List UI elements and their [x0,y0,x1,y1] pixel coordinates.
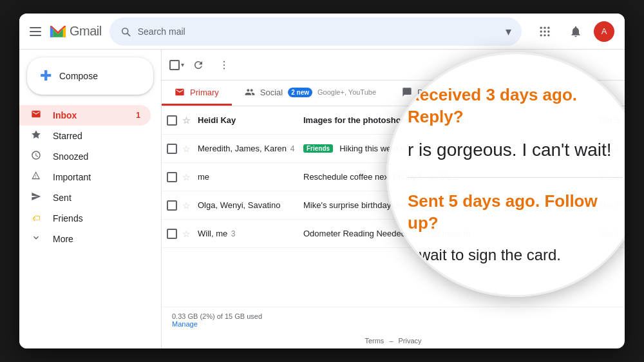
sidebar-item-friends[interactable]: 🏷 Friends [19,208,151,229]
compose-plus-icon: ✚ [40,68,52,84]
magnifier-line1: Received 3 days ago. Reply? [408,84,623,128]
snoozed-label: Snoozed [53,151,88,162]
svg-point-6 [540,34,542,36]
search-placeholder: Search mail [138,26,499,37]
storage-text: 0.33 GB (2%) of 15 GB used [172,312,262,320]
star-icon-3[interactable]: ☆ [182,172,195,182]
tab-social-label: Social [260,88,283,97]
svg-point-10 [223,64,225,65]
sender-5: Will, me 3 [198,229,301,238]
sidebar-item-snoozed[interactable]: Snoozed [19,146,151,167]
row-checkbox-3[interactable] [167,172,180,182]
hamburger-icon[interactable] [30,27,41,36]
sidebar-item-important[interactable]: Important [19,167,151,187]
sidebar-item-inbox[interactable]: Inbox 1 [19,105,151,126]
apps-grid-icon[interactable] [532,19,558,44]
svg-point-4 [544,30,545,32]
svg-point-3 [540,30,542,32]
more-label: More [53,234,73,244]
star-icon-4[interactable]: ☆ [182,200,195,211]
privacy-link[interactable]: Privacy [399,337,422,345]
sent-label: Sent [53,193,71,203]
starred-label: Starred [53,131,82,141]
svg-point-9 [223,61,225,62]
snoozed-icon [30,150,43,163]
inbox-badge: 1 [136,111,140,120]
compose-label: Compose [59,71,98,81]
sent-icon [30,191,43,204]
social-sub: Google+, YouTube [317,88,376,96]
sender-4: Olga, Wenyi, Savatino [198,200,301,210]
top-bar: Gmail Search mail ▾ A [19,14,625,50]
important-icon [30,171,43,184]
gmail-logo: Gmail [49,24,102,39]
sidebar-item-more[interactable]: More [19,229,151,249]
friends-label: Friends [53,213,83,224]
svg-point-8 [547,34,549,36]
star-icon-1[interactable]: ☆ [182,115,195,126]
star-icon-2[interactable]: ☆ [182,144,195,154]
svg-point-5 [547,30,549,32]
svg-point-0 [540,26,542,28]
tab-primary-label: Primary [190,88,219,97]
magnifier-line3: Sent 5 days ago. Follow up? [408,191,623,234]
row-checkbox-5[interactable] [167,229,180,239]
terms-footer: Terms – Privacy [162,333,625,348]
avatar[interactable]: A [594,21,614,42]
gmail-text: Gmail [70,24,102,39]
more-toolbar-button[interactable] [213,53,236,77]
sidebar-item-sent[interactable]: Sent [19,187,151,208]
sidebar: ✚ Compose Inbox 1 Starred Sn [19,50,161,348]
device-frame: Gmail Search mail ▾ A [19,14,625,348]
more-icon [30,233,43,245]
search-chevron-icon[interactable]: ▾ [506,24,511,39]
top-right-actions: A [532,19,614,44]
magnifier-content: Received 3 days ago. Reply? r is gorgeou… [408,84,623,265]
friends-icon: 🏷 [30,214,43,223]
social-badge: 2 new [288,88,312,97]
notifications-icon[interactable] [563,19,589,44]
svg-point-1 [544,26,545,28]
terms-link[interactable]: Terms [365,337,384,345]
tab-primary[interactable]: Primary [162,81,232,106]
star-icon-5[interactable]: ☆ [182,229,195,239]
tab-social[interactable]: Social 2 new Google+, YouTube [232,81,389,106]
svg-point-11 [223,68,225,69]
checkbox[interactable] [169,60,180,70]
sender-3: me [198,172,301,182]
search-icon [120,26,131,37]
row-checkbox-2[interactable] [167,144,180,154]
inbox-icon [30,109,43,122]
svg-point-2 [547,26,549,28]
magnifier-line4: 't wait to sign the card. [408,245,623,265]
magnifier-line2: r is gorgeous. I can't wait! [408,138,623,162]
storage-footer: 0.33 GB (2%) of 15 GB used Manage [162,307,625,333]
important-label: Important [53,172,91,182]
row-checkbox-4[interactable] [167,200,180,211]
search-bar[interactable]: Search mail ▾ [109,17,522,46]
sidebar-item-starred[interactable]: Starred [19,126,151,146]
row-checkbox-1[interactable] [167,115,180,126]
sender-1: Heidi Kay [198,115,301,125]
compose-button[interactable]: ✚ Compose [27,57,153,95]
inbox-label: Inbox [53,110,77,120]
refresh-button[interactable] [187,53,210,77]
sender-2: Meredith, James, Karen 4 [198,144,301,153]
friends-tag: Friends [303,144,333,153]
manage-link[interactable]: Manage [172,320,198,328]
starred-icon [30,129,43,142]
select-all-checkbox[interactable]: ▾ [169,60,184,70]
svg-point-7 [544,34,545,36]
magnifier-divider [408,177,623,178]
